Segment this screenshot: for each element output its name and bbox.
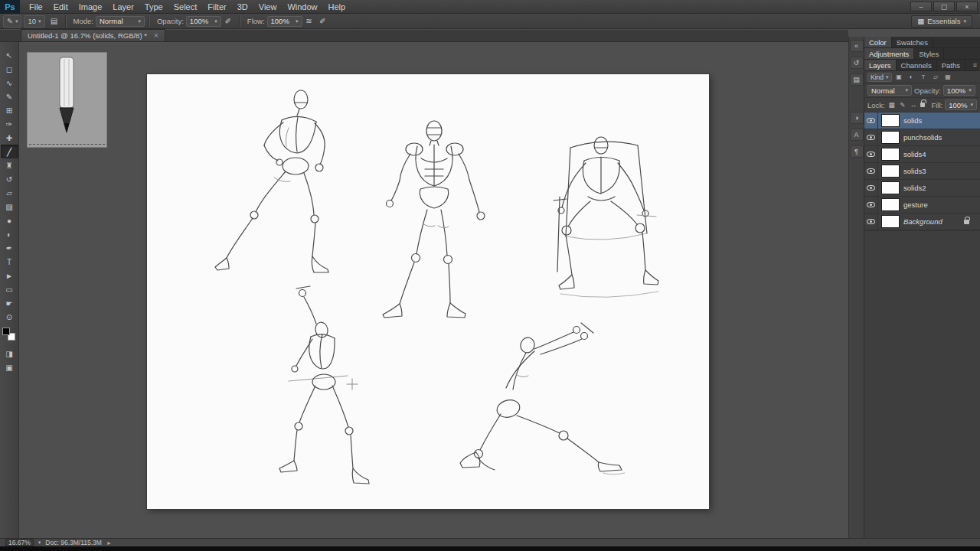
history-brush-tool[interactable]: ↺ <box>1 172 18 186</box>
hand-tool[interactable]: ☛ <box>1 296 18 310</box>
tab-layers[interactable]: Layers <box>864 60 897 70</box>
close-tab-icon[interactable]: × <box>154 31 158 40</box>
os-taskbar[interactable] <box>0 546 980 551</box>
menu-help[interactable]: Help <box>323 0 351 13</box>
layer-thumbnail[interactable] <box>881 165 900 178</box>
pressure-opacity-icon[interactable]: ✐ <box>221 15 235 28</box>
menu-filter[interactable]: Filter <box>202 0 231 13</box>
toggle-brush-panel-icon[interactable]: ▤ <box>47 15 61 28</box>
fill-select[interactable]: 100% ▾ <box>945 99 977 110</box>
path-selection-tool[interactable]: ► <box>1 269 18 282</box>
filter-type-icon[interactable]: T <box>919 73 929 82</box>
move-tool[interactable]: ↖ <box>1 48 18 62</box>
lock-paint-icon[interactable]: ✎ <box>898 100 906 109</box>
pressure-size-icon[interactable]: ✐ <box>316 15 330 28</box>
gradient-tool[interactable]: ▨ <box>1 200 18 214</box>
visibility-toggle[interactable] <box>864 112 878 129</box>
filter-shape-icon[interactable]: ▱ <box>931 73 941 82</box>
paragraph-panel-icon[interactable]: ¶ <box>850 145 864 158</box>
panel-menu-icon[interactable]: ≡ <box>970 60 980 70</box>
character-panel-icon[interactable]: A <box>850 129 864 141</box>
menu-window[interactable]: Window <box>282 0 322 13</box>
lock-all-icon[interactable] <box>920 103 926 107</box>
mode-select[interactable]: Normal ▾ <box>96 16 145 27</box>
flow-select[interactable]: 100% ▾ <box>267 16 302 27</box>
minimize-button[interactable]: – <box>910 2 932 11</box>
blend-mode-select[interactable]: Normal ▾ <box>867 85 912 96</box>
tab-adjustments[interactable]: Adjustments <box>864 48 914 59</box>
zoom-level-field[interactable]: 16.67% <box>5 539 34 546</box>
visibility-toggle[interactable] <box>864 163 878 179</box>
layer-thumbnail[interactable] <box>881 181 900 194</box>
collapse-dock-icon[interactable]: « <box>850 40 864 52</box>
shape-tool[interactable]: ▭ <box>1 282 18 296</box>
layer-row-solids4[interactable]: solids4 <box>864 146 980 163</box>
tab-paths[interactable]: Paths <box>937 60 965 70</box>
visibility-toggle[interactable] <box>864 197 878 213</box>
layer-row-solids3[interactable]: solids3 <box>864 163 980 180</box>
healing-brush-tool[interactable]: ✚ <box>1 131 18 145</box>
layer-thumbnail[interactable] <box>881 114 900 127</box>
filter-adjustment-icon[interactable]: ◐ <box>906 73 916 82</box>
document-tab[interactable]: Untitled-1 @ 16.7% (solids, RGB/8) * × <box>21 29 165 41</box>
layer-thumbnail[interactable] <box>881 148 900 161</box>
menu-layer[interactable]: Layer <box>107 0 139 13</box>
filter-smart-icon[interactable]: ▦ <box>943 73 953 82</box>
crop-tool[interactable]: ⊞ <box>1 103 18 117</box>
quick-selection-tool[interactable]: ✎ <box>1 90 18 103</box>
quick-mask-tool[interactable]: ◨ <box>1 347 18 360</box>
layer-thumbnail[interactable] <box>881 198 900 211</box>
eraser-tool[interactable]: ▱ <box>1 186 18 200</box>
tab-channels[interactable]: Channels <box>897 60 937 70</box>
menu-view[interactable]: View <box>253 0 283 13</box>
zoom-tool[interactable]: ⊙ <box>1 310 18 324</box>
opacity-select[interactable]: 100% ▾ <box>186 16 221 27</box>
color-swatches[interactable] <box>1 327 18 344</box>
tab-styles[interactable]: Styles <box>914 48 944 59</box>
tool-preset-picker[interactable]: ✎ ▾ <box>3 15 21 28</box>
lock-transparency-icon[interactable]: ▦ <box>887 100 896 109</box>
layer-thumbnail[interactable] <box>881 215 900 228</box>
layer-row-gesture[interactable]: gesture <box>864 197 980 214</box>
clone-stamp-tool[interactable]: ♜ <box>1 158 18 172</box>
canvas[interactable] <box>147 74 709 509</box>
menu-edit[interactable]: Edit <box>48 0 74 13</box>
menu-image[interactable]: Image <box>74 0 108 13</box>
workspace-switcher[interactable]: ▦ Essentials ▾ <box>911 15 972 28</box>
marquee-tool[interactable]: ◻ <box>1 62 18 76</box>
tab-swatches[interactable]: Swatches <box>892 37 933 47</box>
layer-opacity-select[interactable]: 100% ▾ <box>943 85 975 96</box>
menu-file[interactable]: File <box>24 0 48 13</box>
restore-button[interactable]: ▢ <box>933 2 955 11</box>
close-button[interactable]: × <box>956 2 978 11</box>
foreground-color-swatch[interactable] <box>2 328 10 335</box>
filter-pixel-icon[interactable]: ▣ <box>894 73 904 82</box>
visibility-toggle[interactable] <box>864 180 878 196</box>
visibility-toggle[interactable] <box>864 129 878 145</box>
layer-row-punchsolids[interactable]: punchsolids <box>864 129 980 146</box>
menu-type[interactable]: Type <box>139 0 168 13</box>
layer-row-solids2[interactable]: solids2 <box>864 180 980 197</box>
history-panel-icon[interactable]: ↺ <box>850 57 864 69</box>
brush-preset-picker[interactable]: 10 ▾ <box>24 15 44 28</box>
screen-mode-tool[interactable]: ▣ <box>1 360 18 374</box>
visibility-toggle[interactable] <box>864 146 878 162</box>
info-panel-icon[interactable]: ◑ <box>850 112 864 124</box>
visibility-toggle[interactable] <box>864 214 878 230</box>
pen-tool[interactable]: ✒ <box>1 241 18 255</box>
eyedropper-tool[interactable]: ✑ <box>1 117 18 131</box>
lock-position-icon[interactable]: ↔ <box>909 100 917 109</box>
layer-row-solids[interactable]: solids <box>864 112 980 129</box>
filter-kind-select[interactable]: Kind ▾ <box>867 73 892 82</box>
menu-3d[interactable]: 3D <box>232 0 253 13</box>
airbrush-icon[interactable]: ≋ <box>302 15 316 28</box>
lasso-tool[interactable]: ∿ <box>1 76 18 90</box>
brush-tool[interactable]: ╱ <box>1 145 18 158</box>
layer-thumbnail[interactable] <box>881 131 900 144</box>
status-menu-arrow-icon[interactable]: ► <box>106 540 112 546</box>
properties-panel-icon[interactable]: ▤ <box>850 73 864 86</box>
dodge-tool[interactable]: ◐ <box>1 227 18 241</box>
menu-select[interactable]: Select <box>168 0 203 13</box>
tab-color[interactable]: Color <box>864 37 892 47</box>
blur-tool[interactable]: ● <box>1 214 18 227</box>
